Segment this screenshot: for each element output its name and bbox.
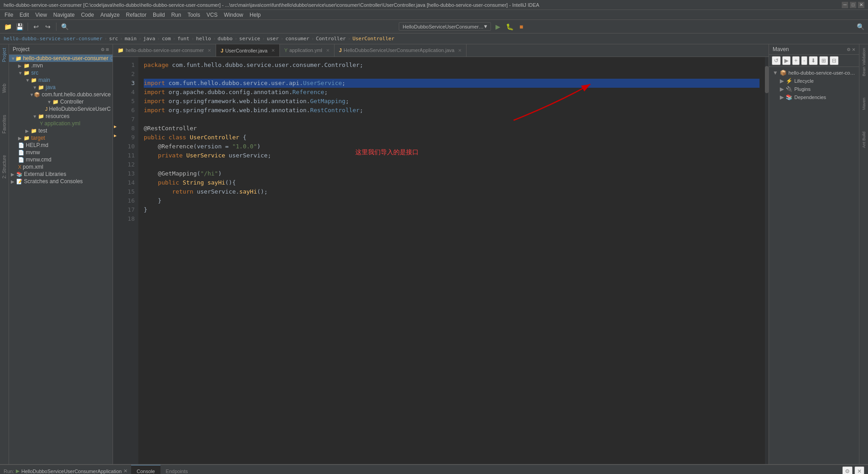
tree-target-item[interactable]: ▶ 📁 target (9, 134, 113, 142)
bottom-tab-endpoints[interactable]: Endpoints (160, 465, 193, 474)
menu-analyze-item[interactable]: Analyze (98, 11, 123, 19)
web-panel-icon[interactable]: Web (2, 84, 7, 93)
breadcrumb-consumer[interactable]: consumer (285, 36, 309, 42)
favorites-panel-icon[interactable]: Favorites (2, 115, 7, 133)
breadcrumb-com[interactable]: com (162, 36, 171, 42)
breadcrumb-java[interactable]: java (143, 36, 156, 42)
gutter-icon-run2[interactable]: ▶ (114, 133, 117, 138)
tree-pkg-item[interactable]: ▼ 📦 com.funt.hello.dubbo.service (9, 91, 113, 98)
tree-java-item[interactable]: ▼ 📁 java (9, 84, 113, 91)
maven-side-icon[interactable]: Maven (862, 98, 866, 110)
run-config-arrow: ▼ (484, 24, 487, 29)
close-button[interactable]: ✕ (858, 2, 864, 8)
tree-root-item[interactable]: ▼ 📁 hello-dubbo-service-user-consumer C:… (9, 55, 113, 62)
maven-refresh-button[interactable]: ↺ (772, 56, 781, 65)
bottom-tab-console[interactable]: Console (131, 465, 160, 474)
tree-main-item[interactable]: ▼ 📁 main (9, 76, 113, 84)
maven-run-button[interactable]: ▶ (782, 56, 791, 65)
tab-close-button[interactable]: ✕ (208, 48, 211, 53)
run-tab-close[interactable]: ✕ (123, 468, 127, 474)
tree-arrow-icon: ▼ (18, 71, 24, 76)
debug-button[interactable]: 🐛 (505, 22, 514, 32)
breadcrumb-main[interactable]: main (125, 36, 137, 42)
toolbar-search-button[interactable]: 🔍 (60, 22, 70, 32)
tree-helloconsumer-item[interactable]: J HelloDubboServiceUserC (9, 105, 113, 113)
tree-scratch-item[interactable]: ▶ 📝 Scratches and Consoles (9, 178, 113, 185)
breadcrumb-controller[interactable]: Controller (316, 36, 346, 42)
tree-appyml-item[interactable]: Y application.yml (9, 120, 113, 127)
gutter-icon-run[interactable]: ▶ (114, 124, 117, 129)
toolbar-undo-button[interactable]: ↩ (31, 22, 41, 32)
maven-root-item[interactable]: ▼ 📦 hello-dubbo-service-user-consumer (769, 69, 859, 77)
tree-src-item[interactable]: ▼ 📁 src (9, 69, 113, 76)
maven-close-icon[interactable]: ✕ (852, 46, 855, 52)
menu-help-item[interactable]: Help (247, 11, 264, 19)
menu-build-item[interactable]: Build (150, 11, 168, 19)
toolbar-redo-button[interactable]: ↪ (43, 22, 53, 32)
breadcrumb-dubbo[interactable]: dubbo (217, 36, 232, 42)
tree-mvnwcmd-item[interactable]: 📄 mvnw.cmd (9, 156, 113, 163)
breadcrumb-src[interactable]: src (109, 36, 118, 42)
tree-extlib-item[interactable]: ▶ 📚 External Libraries (9, 171, 113, 178)
tree-helpmd-item[interactable]: 📄 HELP.md (9, 142, 113, 149)
toolbar-open-button[interactable]: 📁 (3, 22, 13, 32)
maven-remove-button[interactable]: - (801, 56, 807, 65)
tree-pomxml-item[interactable]: X pom.xml (9, 163, 113, 171)
project-panel-icon[interactable]: Project (2, 48, 7, 62)
tree-mvnw-item[interactable]: 📄 mvnw (9, 149, 113, 156)
search-everywhere-button[interactable]: 🔍 (855, 22, 865, 32)
editor-scrollbar[interactable] (765, 57, 769, 464)
maven-expand-button[interactable]: ⊞ (819, 56, 828, 65)
menu-window-item[interactable]: Window (221, 11, 246, 19)
maven-add-button[interactable]: + (792, 56, 800, 65)
menu-tools-item[interactable]: Tools (185, 11, 203, 19)
breadcrumb-hello[interactable]: hello (196, 36, 211, 42)
tab-appyml[interactable]: Y application.yml ✕ (280, 44, 335, 57)
toolbar-save-button[interactable]: 💾 (14, 22, 24, 32)
menu-edit-item[interactable]: Edit (17, 11, 32, 19)
breadcrumb-root[interactable]: hello-dubbo-service-user-consumer (4, 36, 103, 42)
bottom-close-button[interactable]: ✕ (854, 466, 864, 474)
maven-download-button[interactable]: ⬇ (809, 56, 818, 65)
maximize-button[interactable]: □ (850, 2, 856, 8)
tab-project[interactable]: 📁 hello-dubbo-service-user-consumer ✕ (113, 44, 216, 57)
menu-vcs-item[interactable]: VCS (204, 11, 221, 19)
tree-resources-item[interactable]: ▼ 📁 resources (9, 113, 113, 120)
maven-settings-icon[interactable]: ⚙ (847, 46, 850, 52)
tab-hellodubboapp[interactable]: J HelloDubboServiceUserConsumerApplicati… (335, 44, 467, 57)
breadcrumb-usercontroller[interactable]: UserController (353, 36, 395, 42)
menu-refactor-item[interactable]: Refactor (123, 11, 149, 19)
stop-button[interactable]: ■ (516, 22, 526, 32)
maven-dependencies-item[interactable]: ▶ 📚 Dependencies (769, 93, 859, 101)
tree-controller-item[interactable]: ▼ 📁 Controller (9, 98, 113, 105)
menu-run-item[interactable]: Run (169, 11, 184, 19)
sidebar-settings-icon[interactable]: ⚙ (101, 46, 104, 52)
breadcrumb-user[interactable]: user (267, 36, 279, 42)
bottom-settings-button[interactable]: ⚙ (842, 466, 853, 474)
structure-panel-icon[interactable]: 2: Structure (2, 155, 7, 179)
tab-close-button[interactable]: ✕ (458, 48, 462, 53)
editor-area[interactable]: ▶ ▶ 1 2 3 4 5 6 7 8 9 10 11 12 13 14 15 … (113, 57, 769, 464)
menu-navigate-item[interactable]: Navigate (51, 11, 77, 19)
menu-file-item[interactable]: File (2, 11, 16, 19)
tab-close-button[interactable]: ✕ (326, 48, 330, 53)
menu-code-item[interactable]: Code (78, 11, 97, 19)
tab-close-button[interactable]: ✕ (271, 48, 275, 53)
run-config-selector[interactable]: HelloDubboServiceUserConsumerApplication… (399, 22, 491, 31)
run-button[interactable]: ▶ (493, 22, 503, 32)
bean-validation-icon[interactable]: Bean Validation (862, 48, 866, 76)
ant-build-icon[interactable]: Ant Build (862, 132, 866, 148)
scrollbar-thumb[interactable] (765, 66, 769, 93)
maven-plugins-item[interactable]: ▶ 🔌 Plugins (769, 85, 859, 93)
tab-usercontroller[interactable]: J UserController.java ✕ (216, 44, 280, 57)
sidebar-expand-icon[interactable]: ≡ (106, 46, 109, 52)
minimize-button[interactable]: ─ (842, 2, 848, 8)
tree-mvn-item[interactable]: ▶ 📁 .mvn (9, 62, 113, 69)
maven-collapse-button[interactable]: ⊟ (830, 56, 839, 65)
maven-lifecycle-item[interactable]: ▶ ⚡ Lifecycle (769, 77, 859, 85)
breadcrumb-funt[interactable]: funt (177, 36, 189, 42)
breadcrumb-service[interactable]: service (239, 36, 260, 42)
code-editor[interactable]: package com.funt.hello.dubbo.service.use… (138, 57, 765, 464)
menu-view-item[interactable]: View (33, 11, 50, 19)
tree-test-item[interactable]: ▶ 📁 test (9, 127, 113, 134)
